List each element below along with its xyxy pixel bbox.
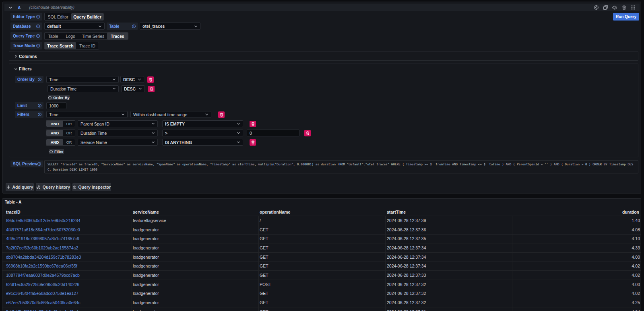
remove-condition-button-3[interactable] bbox=[250, 139, 256, 146]
chevron-down-icon bbox=[237, 122, 240, 126]
trace-id-link[interactable]: db9704a2bbda34204d159c71b78283e3 bbox=[6, 253, 129, 262]
duration-cell: 4.08 bbox=[512, 225, 640, 234]
query-type-option-logs[interactable]: Logs bbox=[62, 33, 79, 39]
editor-type-option-sql-editor[interactable]: SQL Editor bbox=[45, 13, 71, 20]
or-option[interactable]: OR bbox=[63, 139, 75, 145]
query-row-header[interactable]: A (clickhouse-observability) bbox=[4, 4, 640, 11]
add-filter-button[interactable]: Filter bbox=[49, 149, 64, 154]
trace-id-link[interactable]: 4f45c21918c73698057a8b1c741657c6 bbox=[6, 234, 129, 243]
order-by-field-select-1[interactable]: Time bbox=[46, 76, 119, 83]
info-icon[interactable] bbox=[38, 78, 41, 81]
filters-label: Filters bbox=[15, 111, 43, 118]
trace-mode-option-trace-id[interactable]: Trace ID bbox=[76, 42, 99, 49]
trace-id-link[interactable]: 7a2f07ecf63c60b1029ab2ac155874a2 bbox=[6, 243, 129, 252]
duration-cell: 1.40 bbox=[512, 216, 640, 225]
table-row: 4f497571a618e364ed7ded60752030e0 loadgen… bbox=[2, 225, 641, 235]
or-option[interactable]: OR bbox=[63, 130, 75, 136]
condition-join-group-1: AND OR bbox=[46, 120, 75, 127]
trace-id-link[interactable]: 1887794f7eaa6037d0e2a4579bcd7acb bbox=[6, 271, 129, 280]
remove-order-by-button-1[interactable] bbox=[147, 76, 154, 83]
table-row: e91c3645f04fa5e58adcd0758e1ea127 loadgen… bbox=[2, 289, 641, 298]
filter-time-operator-select[interactable]: Within dashboard time range bbox=[130, 111, 211, 118]
column-header-duration[interactable]: duration bbox=[622, 210, 639, 214]
add-query-button[interactable]: Add query bbox=[6, 183, 34, 191]
query-type-option-traces[interactable]: Traces bbox=[107, 33, 128, 39]
operation-name-cell: POST bbox=[260, 280, 380, 289]
editor-type-label: Editor Type bbox=[10, 13, 42, 21]
query-type-option-table[interactable]: Table bbox=[45, 33, 62, 39]
operation-name-cell: GET bbox=[260, 225, 380, 234]
and-option[interactable]: AND bbox=[46, 139, 63, 145]
eye-icon[interactable] bbox=[612, 5, 617, 10]
info-icon[interactable] bbox=[38, 104, 41, 107]
filters-section-title[interactable]: Filters bbox=[19, 66, 32, 71]
chevron-down-icon[interactable] bbox=[14, 67, 18, 71]
trash-icon[interactable] bbox=[621, 5, 627, 10]
filter-time-field-select[interactable]: Time bbox=[46, 111, 128, 118]
column-header-traceid[interactable]: traceID bbox=[6, 210, 21, 214]
order-by-direction-select-2[interactable]: DESC bbox=[121, 85, 145, 92]
condition-field-select-2[interactable]: Duration Time bbox=[78, 130, 158, 136]
query-history-button[interactable]: Query history bbox=[36, 183, 70, 191]
condition-operator-select-1[interactable]: IS EMPTY bbox=[162, 120, 243, 127]
trace-id-link[interactable]: 62df1ec9a29728c9e29536c20d140226 bbox=[6, 280, 129, 289]
trace-id-link[interactable]: e91c3645f04fa5e58adcd0758e1ea127 bbox=[6, 289, 129, 298]
info-circle-icon bbox=[73, 185, 76, 189]
query-ref-id[interactable]: A bbox=[18, 5, 21, 10]
order-by-field-select-2[interactable]: Duration Time bbox=[47, 85, 119, 92]
condition-operator-select-2[interactable]: > bbox=[162, 130, 243, 136]
condition-field-select-1[interactable]: Parent Span ID bbox=[78, 120, 158, 127]
and-option[interactable]: AND bbox=[46, 121, 63, 127]
panel-title[interactable]: Table - A bbox=[5, 200, 21, 204]
table-row: 62df1ec9a29728c9e29536c20d140226 loadgen… bbox=[2, 280, 641, 289]
remove-condition-button-2[interactable] bbox=[304, 130, 311, 136]
condition-operator-select-3[interactable]: IS ANYTHING bbox=[162, 139, 243, 146]
trace-id-link[interactable]: 89dc7e8c6060c0d12de7e9b50c216284 bbox=[6, 216, 129, 225]
editor-type-option-query-builder[interactable]: Query Builder bbox=[71, 13, 103, 20]
column-header-starttime[interactable]: startTime bbox=[387, 210, 406, 214]
trace-id-link[interactable]: 5d4b4f5e5f02d4c87a14b49cbc4ad6cd bbox=[6, 307, 129, 311]
add-order-by-button[interactable]: Order By bbox=[48, 95, 70, 100]
chevron-right-icon bbox=[14, 54, 18, 58]
duration-cell: 4.00 bbox=[512, 280, 640, 289]
run-query-button[interactable]: Run Query bbox=[613, 13, 639, 21]
drag-handle-icon[interactable] bbox=[630, 5, 636, 10]
query-inspector-button[interactable]: Query inspector bbox=[72, 183, 111, 191]
info-icon[interactable] bbox=[132, 25, 136, 28]
info-icon[interactable] bbox=[36, 34, 40, 38]
info-icon[interactable] bbox=[36, 44, 40, 47]
info-icon[interactable] bbox=[38, 113, 41, 116]
trash-icon bbox=[220, 113, 223, 117]
trace-id-link[interactable]: 4f497571a618e364ed7ded60752030e0 bbox=[6, 225, 129, 234]
table-row: e67ee7b53870d4c864ca50409ca0e64c loadgen… bbox=[2, 298, 641, 307]
column-header-servicename[interactable]: serviceName bbox=[133, 210, 159, 214]
table-row: 1887794f7eaa6037d0e2a4579bcd7acb loadgen… bbox=[2, 271, 641, 280]
condition-value-input-2[interactable]: 0 bbox=[247, 130, 299, 136]
trace-mode-option-trace-search[interactable]: Trace Search bbox=[45, 42, 76, 49]
info-icon[interactable] bbox=[36, 15, 40, 19]
sql-preview-label: SQL Preview bbox=[10, 161, 43, 167]
remove-condition-button-1[interactable] bbox=[250, 121, 256, 127]
remove-time-filter-button[interactable] bbox=[218, 111, 225, 118]
remove-order-by-button-2[interactable] bbox=[148, 86, 155, 92]
record-icon[interactable] bbox=[593, 5, 599, 10]
start-time-cell: 2024-06-28 12:37:35 bbox=[387, 234, 508, 243]
collapse-chevron-icon[interactable] bbox=[8, 5, 13, 10]
query-type-option-time-series[interactable]: Time Series bbox=[79, 33, 107, 39]
info-icon[interactable] bbox=[36, 25, 40, 28]
trace-id-link[interactable]: e67ee7b53870d4c864ca50409ca0e64c bbox=[6, 298, 129, 307]
column-header-operationname[interactable]: operationName bbox=[260, 210, 290, 214]
columns-section[interactable]: Columns bbox=[9, 51, 638, 61]
operation-name-cell: GET bbox=[260, 289, 380, 298]
table-select[interactable]: otel_traces bbox=[140, 23, 200, 30]
chevron-down-icon bbox=[151, 122, 155, 126]
condition-field-select-3[interactable]: Service Name bbox=[78, 139, 158, 146]
order-by-direction-select-1[interactable]: DESC bbox=[120, 76, 144, 83]
info-icon[interactable] bbox=[37, 162, 41, 166]
limit-input[interactable]: 1000 bbox=[46, 102, 66, 109]
trace-id-link[interactable]: 96968b10fa2b2c1590bc67dea06ef35f bbox=[6, 262, 129, 270]
and-option[interactable]: AND bbox=[46, 130, 63, 136]
database-select[interactable]: default bbox=[44, 23, 105, 30]
duplicate-icon[interactable] bbox=[603, 5, 608, 10]
or-option[interactable]: OR bbox=[63, 121, 75, 127]
